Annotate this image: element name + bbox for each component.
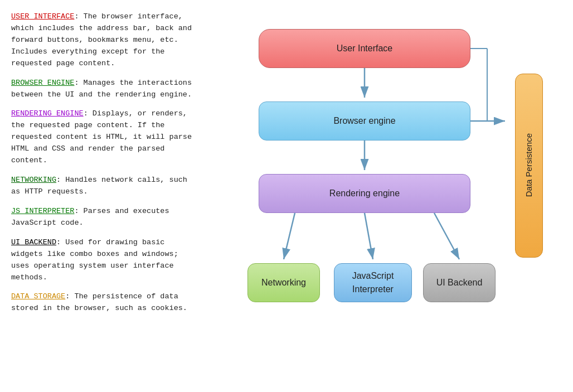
- data-storage-text: DATA STORAGE: The persistence of data st…: [11, 291, 195, 314]
- box-browser-engine-label: Browser engine: [333, 114, 395, 128]
- section-data-storage: DATA STORAGE: The persistence of data st…: [11, 291, 195, 314]
- svg-line-5: [434, 213, 459, 259]
- box-user-interface: User Interface: [259, 29, 470, 68]
- section-user-interface: USER INTERFACE: The browser interface, w…: [11, 11, 195, 70]
- section-browser-engine: BROWSER ENGINE: Manages the interactions…: [11, 78, 195, 101]
- box-js-interpreter: JavaScript Interpreter: [334, 263, 412, 302]
- box-user-interface-label: User Interface: [337, 42, 392, 55]
- svg-line-4: [365, 213, 373, 259]
- box-browser-engine: Browser engine: [259, 101, 470, 141]
- rendering-engine-text: RENDERING ENGINE: Displays, or renders, …: [11, 108, 195, 167]
- section-networking: NETWORKING: Handles network calls, such …: [11, 175, 195, 198]
- box-rendering-engine: Rendering engine: [259, 174, 470, 213]
- term-browser-engine[interactable]: BROWSER ENGINE: [11, 79, 74, 87]
- term-rendering-engine[interactable]: RENDERING ENGINE: [11, 109, 84, 118]
- box-ui-backend-label: UI Backend: [436, 276, 483, 289]
- diagram: User Interface Browser engine Rendering …: [231, 23, 543, 369]
- term-ui-backend[interactable]: UI BACKEND: [11, 238, 56, 246]
- main-container: USER INTERFACE: The browser interface, w…: [0, 0, 573, 392]
- term-js-interpreter[interactable]: JS INTERPRETER: [11, 207, 74, 215]
- box-networking: Networking: [247, 263, 320, 302]
- section-js-interpreter: JS INTERPRETER: Parses and executes Java…: [11, 206, 195, 229]
- right-panel: User Interface Browser engine Rendering …: [212, 11, 562, 381]
- section-ui-backend: UI BACKEND: Used for drawing basic widge…: [11, 237, 195, 284]
- networking-text: NETWORKING: Handles network calls, such …: [11, 175, 195, 198]
- box-data-persistence-label: Data Persistence: [523, 133, 536, 197]
- box-js-interpreter-label: JavaScript Interpreter: [352, 269, 394, 296]
- term-user-interface[interactable]: USER INTERFACE: [11, 12, 74, 21]
- box-ui-backend: UI Backend: [423, 263, 496, 302]
- section-rendering-engine: RENDERING ENGINE: Displays, or renders, …: [11, 108, 195, 167]
- term-data-storage[interactable]: DATA STORAGE: [11, 292, 65, 301]
- ui-backend-text: UI BACKEND: Used for drawing basic widge…: [11, 237, 195, 284]
- box-data-persistence: Data Persistence: [515, 74, 543, 258]
- term-networking[interactable]: NETWORKING: [11, 176, 56, 184]
- box-rendering-engine-label: Rendering engine: [329, 187, 400, 200]
- user-interface-text: USER INTERFACE: The browser interface, w…: [11, 11, 195, 70]
- browser-engine-text: BROWSER ENGINE: Manages the interactions…: [11, 78, 195, 101]
- svg-line-3: [284, 213, 295, 259]
- js-interpreter-text: JS INTERPRETER: Parses and executes Java…: [11, 206, 195, 229]
- box-networking-label: Networking: [261, 276, 306, 289]
- left-panel: USER INTERFACE: The browser interface, w…: [11, 11, 201, 381]
